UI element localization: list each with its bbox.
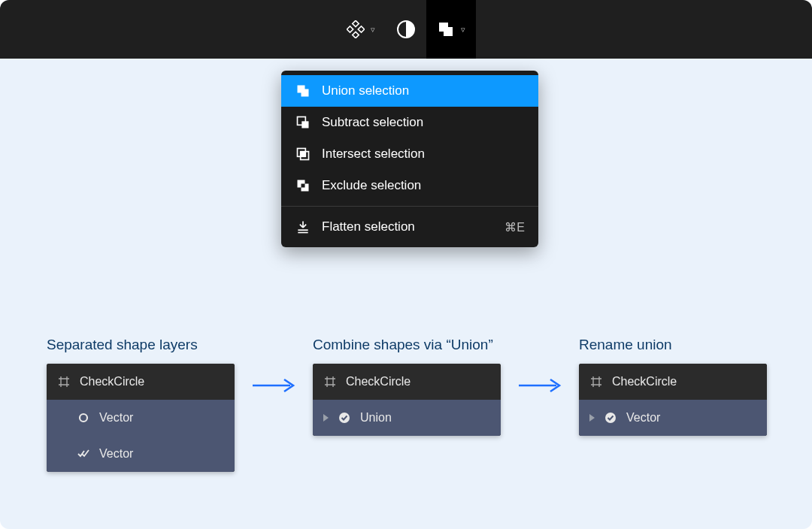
menu-item-intersect[interactable]: Intersect selection: [281, 138, 538, 170]
arrow: [517, 337, 562, 434]
subtract-icon: [295, 114, 311, 131]
menu-item-label: Subtract selection: [322, 115, 423, 130]
layer-panel-3: CheckCircle Vector: [579, 364, 767, 436]
intersect-icon: [295, 146, 311, 162]
boolean-tool[interactable]: ▿: [426, 0, 476, 59]
example-panels-row: Separated shape layers CheckCircle Vecto…: [47, 337, 782, 472]
layer-label: CheckCircle: [80, 375, 144, 388]
layer-label: Union: [360, 411, 392, 425]
menu-item-subtract[interactable]: Subtract selection: [281, 107, 538, 138]
panel-title: Rename union: [579, 337, 767, 353]
menu-divider: [281, 206, 538, 207]
layer-panel-2: CheckCircle Union: [313, 364, 501, 436]
arrow-right-icon: [251, 376, 296, 394]
components-icon: [347, 20, 365, 38]
layer-row[interactable]: Vector: [47, 400, 235, 436]
panel-title: Combine shapes via “Union”: [313, 337, 501, 353]
main-toolbar: ▿ ▿: [0, 0, 812, 59]
check-circle-fill-icon: [604, 411, 617, 425]
exclude-icon: [295, 177, 311, 194]
frame-icon: [323, 375, 337, 388]
menu-item-label: Flatten selection: [322, 219, 415, 234]
union-icon: [295, 83, 311, 99]
layer-panel-1: CheckCircle Vector Vector: [47, 364, 235, 472]
svg-rect-1: [353, 32, 359, 38]
layer-frame-row[interactable]: CheckCircle: [579, 364, 767, 400]
layer-label: Vector: [626, 411, 660, 425]
svg-rect-2: [347, 26, 353, 32]
chevron-down-icon: ▿: [461, 25, 465, 35]
svg-rect-6: [301, 121, 308, 128]
frame-icon: [57, 375, 71, 388]
layer-label: Vector: [99, 447, 133, 461]
layer-row[interactable]: Vector: [579, 400, 767, 436]
arrow: [251, 337, 296, 434]
union-icon: [437, 20, 455, 38]
menu-item-label: Union selection: [322, 83, 409, 98]
layer-row[interactable]: Union: [313, 400, 501, 436]
layer-label: CheckCircle: [612, 375, 677, 388]
caret-right-icon[interactable]: [323, 414, 329, 422]
contrast-icon: [396, 20, 416, 39]
chevron-down-icon: ▿: [371, 25, 375, 35]
arrow-right-icon: [517, 376, 562, 394]
panel-title: Separated shape layers: [47, 337, 235, 353]
components-tool[interactable]: ▿: [336, 0, 386, 59]
layer-frame-row[interactable]: CheckCircle: [313, 364, 501, 400]
svg-rect-9: [301, 152, 306, 157]
frame-icon: [589, 375, 603, 388]
circle-outline-icon: [77, 411, 90, 425]
panel-col-1: Separated shape layers CheckCircle Vecto…: [47, 337, 235, 472]
svg-rect-0: [353, 20, 359, 26]
panel-col-2: Combine shapes via “Union” CheckCircle U…: [313, 337, 501, 436]
caret-right-icon[interactable]: [589, 414, 595, 422]
check-circle-fill-icon: [338, 411, 351, 425]
tutorial-canvas: ▿ ▿ Union selection: [0, 0, 812, 529]
menu-item-union[interactable]: Union selection: [281, 75, 538, 107]
svg-rect-3: [358, 26, 364, 32]
layer-label: CheckCircle: [346, 375, 411, 388]
menu-item-flatten[interactable]: Flatten selection ⌘E: [281, 211, 538, 243]
menu-item-exclude[interactable]: Exclude selection: [281, 170, 538, 201]
panel-col-3: Rename union CheckCircle Vector: [579, 337, 767, 436]
layer-frame-row[interactable]: CheckCircle: [47, 364, 235, 400]
flatten-icon: [295, 219, 311, 235]
contrast-tool[interactable]: [386, 0, 426, 59]
menu-item-label: Intersect selection: [322, 147, 425, 162]
svg-point-12: [80, 414, 87, 422]
layer-row[interactable]: Vector: [47, 436, 235, 472]
menu-item-shortcut: ⌘E: [504, 220, 525, 234]
boolean-dropdown: Union selection Subtract selection Inter…: [281, 71, 538, 247]
layer-label: Vector: [99, 411, 133, 425]
double-check-icon: [77, 447, 90, 461]
menu-item-label: Exclude selection: [322, 178, 421, 193]
